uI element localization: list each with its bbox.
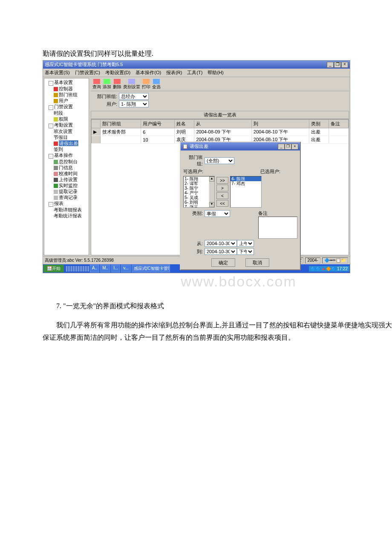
quicklaunch-icon[interactable] bbox=[73, 266, 74, 272]
table-row[interactable]: ▶技术服务部6刘明2004-08-09 下午2004-08-10 下午出差 bbox=[92, 128, 349, 136]
scroll-up-icon[interactable]: ▲ bbox=[209, 176, 214, 182]
quicklaunch-icon[interactable] bbox=[71, 266, 72, 272]
dialog-dept-select[interactable]: (全部) bbox=[205, 157, 234, 164]
taskbar-task[interactable]: M.. bbox=[100, 265, 110, 272]
quicklaunch-icon[interactable] bbox=[75, 266, 75, 272]
menu-item[interactable]: 考勤设置(D) bbox=[105, 70, 130, 75]
tree-node[interactable]: 节假日 bbox=[45, 134, 88, 140]
tree-node[interactable]: 校准时间 bbox=[45, 171, 88, 176]
tree-node[interactable]: 班次设置 bbox=[45, 128, 88, 134]
tree-node[interactable]: 时段 bbox=[45, 110, 88, 116]
tree-node[interactable]: 用户 bbox=[45, 98, 88, 104]
taskbar-task[interactable]: v... bbox=[121, 265, 131, 272]
column-header[interactable]: 备注 bbox=[329, 120, 348, 128]
toolbar-button[interactable]: 类别设置 bbox=[123, 79, 140, 90]
filter-panel: 部门班组: 总经办 用户: 1- 陈翔 bbox=[91, 91, 349, 109]
tree-node[interactable]: 实时监控 bbox=[45, 182, 88, 188]
dept-select[interactable]: 总经办 bbox=[119, 93, 149, 100]
scroll-down-icon[interactable]: ▼ bbox=[209, 202, 214, 207]
memo-label: 备注 bbox=[258, 210, 297, 217]
selected-list[interactable]: 4- 陈强7- 邓杰 bbox=[230, 176, 262, 208]
column-header[interactable]: 姓名 bbox=[175, 120, 194, 128]
toolbar-button[interactable]: 查询 bbox=[92, 79, 101, 90]
move-left-button[interactable]: < bbox=[216, 192, 228, 199]
maximize-button[interactable]: ❐ bbox=[334, 62, 341, 68]
quicklaunch-icon[interactable] bbox=[83, 266, 84, 272]
nav-tree[interactable]: -基本设置控制器部门班组用户-门禁设置时段权限-考勤设置班次设置节假日请假出差签… bbox=[44, 78, 89, 255]
start-button[interactable]: 🪟开始 bbox=[43, 265, 64, 272]
from-date-select[interactable]: 2004-10-30 bbox=[205, 240, 237, 247]
quicklaunch-icon[interactable] bbox=[68, 266, 69, 272]
minimize-button[interactable]: _ bbox=[327, 62, 334, 68]
dialog-max-button[interactable]: ❐ bbox=[285, 144, 291, 150]
column-header[interactable] bbox=[92, 120, 101, 128]
quicklaunch-icon[interactable] bbox=[78, 266, 79, 272]
cancel-button[interactable]: 取消 bbox=[245, 258, 269, 267]
taskbar-task[interactable]: A.. bbox=[90, 265, 99, 272]
tree-node[interactable]: 总控制台 bbox=[45, 159, 88, 165]
tree-node[interactable]: -基本设置 bbox=[45, 79, 88, 86]
column-header[interactable]: 类别 bbox=[309, 120, 329, 128]
selected-label: 已选用户: bbox=[260, 168, 280, 175]
tree-node[interactable]: 部门班组 bbox=[45, 92, 88, 98]
menu-item[interactable]: 门禁设置(C) bbox=[75, 70, 100, 75]
memo-input[interactable] bbox=[258, 217, 297, 239]
column-header[interactable]: 部门班组 bbox=[101, 120, 141, 128]
available-list[interactable]: 1- 陈翔2- 谭军3- 陈宁4- 严宁5- 吴成6- 刘明7- 张三8- 邓杰… bbox=[183, 176, 215, 208]
table-caption: 请假出差一览表 bbox=[91, 111, 349, 119]
column-header[interactable]: 从 bbox=[194, 120, 252, 128]
tree-node[interactable]: -基本操作 bbox=[45, 152, 88, 159]
tree-node[interactable]: 请假出差 bbox=[45, 140, 88, 146]
move-all-left-button[interactable]: << bbox=[216, 200, 228, 207]
taskbar-task[interactable]: 感应式IC智能卡管理系统--门禁考勤5.5 bbox=[132, 265, 170, 272]
column-header[interactable]: 用户编号 bbox=[141, 120, 175, 128]
column-header[interactable]: 到 bbox=[252, 120, 309, 128]
menu-item[interactable]: 工具(T) bbox=[187, 70, 202, 75]
tree-node[interactable]: 提取记录 bbox=[45, 188, 88, 194]
tree-node[interactable]: 权限 bbox=[45, 116, 88, 122]
list-item[interactable]: 4- 陈强 bbox=[231, 176, 261, 181]
move-right-button[interactable]: > bbox=[216, 185, 228, 191]
tree-node[interactable]: 考勤统计报表 bbox=[45, 213, 88, 219]
tree-node[interactable]: 签到 bbox=[45, 146, 88, 152]
quicklaunch-icon[interactable] bbox=[80, 266, 81, 272]
quicklaunch-icon[interactable] bbox=[86, 266, 87, 272]
dialog-close-button[interactable]: × bbox=[291, 144, 298, 150]
tree-node[interactable]: -门禁设置 bbox=[45, 104, 88, 110]
user-select[interactable]: 1- 陈翔 bbox=[119, 101, 149, 107]
section-heading: 7. "一览无余"的界面模式和报表格式 bbox=[43, 300, 392, 312]
tree-node[interactable]: -考勤设置 bbox=[45, 122, 88, 128]
close-button[interactable]: × bbox=[341, 62, 348, 68]
toolbar-button[interactable]: 全选 bbox=[152, 79, 161, 90]
list-item[interactable]: 7- 邓杰 bbox=[231, 181, 261, 186]
from-ampm-select[interactable]: 上午 bbox=[237, 240, 254, 247]
quicklaunch-icon[interactable] bbox=[88, 266, 89, 272]
quicklaunch-icon[interactable] bbox=[66, 266, 67, 272]
ok-button[interactable]: 确定 bbox=[211, 258, 235, 267]
to-ampm-select[interactable]: 下午 bbox=[237, 248, 254, 255]
toolbar-button[interactable]: 打印 bbox=[142, 79, 150, 90]
toolbar-button[interactable]: 添加 bbox=[103, 79, 111, 90]
quicklaunch-icon[interactable] bbox=[76, 266, 77, 272]
data-grid[interactable]: 部门班组用户编号姓名从到类别备注▶技术服务部6刘明2004-08-09 下午20… bbox=[91, 119, 349, 255]
quicklaunch-icon[interactable] bbox=[85, 266, 86, 272]
move-all-right-button[interactable]: >> bbox=[216, 177, 228, 184]
menu-item[interactable]: 基本操作(O) bbox=[135, 70, 161, 75]
tree-node[interactable]: 控制器 bbox=[45, 86, 88, 92]
toolbar-button[interactable]: 删除 bbox=[113, 79, 121, 90]
menu-item[interactable]: 基本设置(S) bbox=[45, 70, 70, 75]
tree-node[interactable]: -报表 bbox=[45, 200, 88, 207]
taskbar-task[interactable]: I... bbox=[111, 265, 120, 272]
tree-node[interactable]: 考勤详细报表 bbox=[45, 207, 88, 213]
to-date-select[interactable]: 2004-10-30 bbox=[205, 248, 237, 255]
dialog-min-button[interactable]: _ bbox=[278, 144, 285, 150]
type-select[interactable]: 事假 bbox=[205, 210, 230, 217]
tree-node[interactable]: 上传设置 bbox=[45, 176, 88, 182]
intro-text: 勤请假的设置我们同样可以批量处理. bbox=[43, 49, 392, 58]
tree-node[interactable]: 查询记录 bbox=[45, 194, 88, 200]
quicklaunch-icon[interactable] bbox=[81, 266, 82, 272]
tree-node[interactable]: 门信息 bbox=[45, 165, 88, 171]
menu-item[interactable]: 帮助(H) bbox=[208, 70, 223, 75]
menu-item[interactable]: 报表(R) bbox=[166, 70, 182, 75]
quicklaunch-icon[interactable] bbox=[69, 266, 70, 272]
